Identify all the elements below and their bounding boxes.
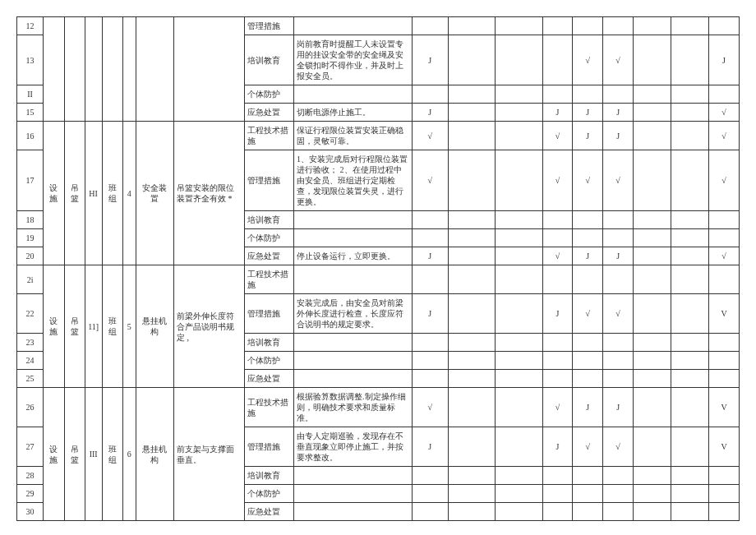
cell-j: √ bbox=[412, 150, 448, 211]
cell-p bbox=[634, 388, 671, 427]
cell-q bbox=[671, 104, 709, 122]
cell-k bbox=[448, 485, 496, 503]
cell-k bbox=[448, 352, 496, 370]
row-number: 17 bbox=[17, 150, 44, 211]
cell-m bbox=[542, 370, 573, 388]
row-number: 27 bbox=[17, 427, 44, 467]
cell-n: J bbox=[573, 122, 603, 150]
cell-r bbox=[709, 467, 740, 485]
cell-m bbox=[542, 85, 573, 104]
cell-l bbox=[496, 122, 543, 150]
merged-a bbox=[44, 17, 64, 122]
cell-k bbox=[448, 229, 496, 247]
table-row: 2i设施吊篮11]班组5悬挂机构前梁外伸长度符合产品说明书规定 ,工程技术措施 bbox=[17, 265, 740, 294]
cell-q bbox=[671, 485, 709, 503]
cell-k bbox=[448, 294, 496, 334]
cell-m bbox=[542, 265, 573, 294]
cell-l bbox=[496, 334, 543, 352]
merged-b: 吊篮 bbox=[64, 388, 85, 521]
cell-o: √ bbox=[603, 150, 634, 211]
cell-m: J bbox=[542, 294, 573, 334]
row-number: 22 bbox=[17, 294, 44, 334]
measure-type: 个体防护 bbox=[245, 229, 294, 247]
measure-description bbox=[294, 503, 413, 521]
safety-table: 12管理措施13培训教育岗前教育时提醒工人未设置专用的挂设安全带的安全绳及安全锁… bbox=[16, 16, 740, 521]
cell-j bbox=[412, 467, 448, 485]
cell-o bbox=[603, 211, 634, 229]
cell-n bbox=[573, 265, 603, 294]
merged-d: 班组 bbox=[102, 122, 122, 265]
measure-type: 管理措施 bbox=[245, 150, 294, 211]
merged-c bbox=[85, 17, 102, 122]
cell-r: √ bbox=[709, 247, 740, 265]
measure-type: 培训教育 bbox=[245, 35, 294, 85]
cell-p bbox=[634, 427, 671, 467]
cell-p bbox=[634, 17, 671, 35]
merged-e: 5 bbox=[122, 265, 136, 388]
measure-description bbox=[294, 467, 413, 485]
cell-k bbox=[448, 503, 496, 521]
cell-r: √ bbox=[709, 150, 740, 211]
cell-p bbox=[634, 370, 671, 388]
cell-m: √ bbox=[542, 122, 573, 150]
cell-p bbox=[634, 467, 671, 485]
measure-type: 培训教育 bbox=[245, 467, 294, 485]
cell-q bbox=[671, 85, 709, 104]
cell-n bbox=[573, 352, 603, 370]
cell-l bbox=[496, 247, 543, 265]
cell-j bbox=[412, 352, 448, 370]
cell-j bbox=[412, 503, 448, 521]
measure-type: 应急处置 bbox=[245, 503, 294, 521]
merged-g: 前梁外伸长度符合产品说明书规定 , bbox=[173, 265, 244, 388]
cell-k bbox=[448, 388, 496, 427]
cell-p bbox=[634, 211, 671, 229]
cell-o bbox=[603, 265, 634, 294]
cell-q bbox=[671, 334, 709, 352]
cell-m bbox=[542, 35, 573, 85]
cell-l bbox=[496, 503, 543, 521]
cell-l bbox=[496, 352, 543, 370]
measure-type: 管理措施 bbox=[245, 17, 294, 35]
merged-a: 设施 bbox=[44, 122, 64, 265]
merged-b bbox=[64, 17, 85, 122]
cell-p bbox=[634, 247, 671, 265]
merged-g: 前支架与支撑面垂直。 bbox=[173, 388, 244, 521]
cell-j bbox=[412, 370, 448, 388]
cell-l bbox=[496, 150, 543, 211]
merged-a: 设施 bbox=[44, 388, 64, 521]
cell-n bbox=[573, 467, 603, 485]
cell-r bbox=[709, 17, 740, 35]
merged-d: 班组 bbox=[102, 265, 122, 388]
row-number: 19 bbox=[17, 229, 44, 247]
cell-k bbox=[448, 247, 496, 265]
cell-m: √ bbox=[542, 150, 573, 211]
cell-l bbox=[496, 104, 543, 122]
merged-d bbox=[102, 17, 122, 122]
cell-r bbox=[709, 265, 740, 294]
merged-f: 悬挂机构 bbox=[136, 265, 173, 388]
cell-m bbox=[542, 467, 573, 485]
merged-f: 安全装置 bbox=[136, 122, 173, 265]
cell-q bbox=[671, 427, 709, 467]
cell-p bbox=[634, 485, 671, 503]
merged-c: 11] bbox=[85, 265, 102, 388]
cell-r bbox=[709, 334, 740, 352]
cell-o bbox=[603, 352, 634, 370]
cell-j bbox=[412, 211, 448, 229]
measure-description bbox=[294, 17, 413, 35]
row-number: 28 bbox=[17, 467, 44, 485]
cell-l bbox=[496, 294, 543, 334]
cell-k bbox=[448, 265, 496, 294]
cell-o: √ bbox=[603, 294, 634, 334]
cell-j bbox=[412, 334, 448, 352]
measure-type: 管理措施 bbox=[245, 427, 294, 467]
cell-n bbox=[573, 229, 603, 247]
measure-type: 个体防护 bbox=[245, 352, 294, 370]
cell-p bbox=[634, 503, 671, 521]
cell-o: √ bbox=[603, 35, 634, 85]
measure-description bbox=[294, 265, 413, 294]
merged-a: 设施 bbox=[44, 265, 64, 388]
measure-type: 个体防护 bbox=[245, 85, 294, 104]
cell-p bbox=[634, 229, 671, 247]
cell-l bbox=[496, 17, 543, 35]
